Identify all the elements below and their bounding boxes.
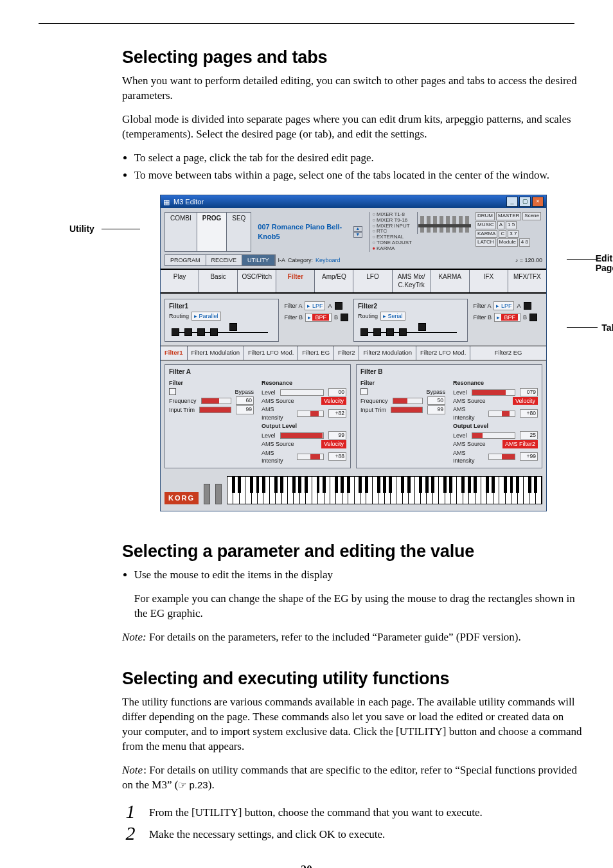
tab-filter1-lfomod[interactable]: Filter1 LFO Mod.: [244, 346, 298, 360]
filter2-eg-graph[interactable]: [358, 323, 463, 336]
util-tab-receive[interactable]: RECEIVE: [206, 255, 243, 265]
callout-line-editpages: [567, 259, 598, 260]
tab-filter2-lfomod[interactable]: Filter2 LFO Mod.: [416, 346, 470, 360]
heading-selecting-pages: Selecting pages and tabs: [122, 46, 585, 69]
ep-ifx[interactable]: IFX: [470, 270, 508, 292]
filter2-a-type[interactable]: ▸ LPF: [493, 301, 514, 310]
step-1: 1 From the [UTILITY] button, choose the …: [122, 802, 585, 821]
ep-lfo[interactable]: LFO: [353, 270, 392, 292]
mod-wheel[interactable]: [215, 484, 222, 504]
filter2-b-type[interactable]: ▸ BPF: [494, 313, 520, 322]
ep-filter[interactable]: Filter: [276, 270, 315, 292]
fa-bypass-check[interactable]: [169, 388, 176, 395]
heading-utility-functions: Selecting and executing utility function…: [122, 667, 585, 690]
callout-line-tabs: [567, 327, 598, 328]
tab-filter2-eg[interactable]: Filter2 EG: [470, 346, 546, 360]
mode-tab-seq[interactable]: SEQ: [227, 213, 251, 251]
filter-b-panel: Filter B Filter Bypass Frequency50 Input…: [356, 364, 542, 468]
sec1-p2: Global mode is divided into separate pag…: [122, 112, 585, 142]
sec1-p1: When you want to perform detailed editin…: [122, 74, 585, 103]
fa-out-amssrc[interactable]: Velocity: [321, 440, 346, 448]
filter1-routing-select[interactable]: ▸ Parallel: [191, 312, 221, 321]
step-1-number: 1: [122, 802, 139, 821]
step-1-text: From the [UTILITY] button, choose the co…: [149, 802, 585, 820]
fb-freq-slider[interactable]: [393, 398, 423, 404]
utility-bar: PROGRAM RECEIVE UTILITY I-A Category: Ke…: [161, 254, 546, 269]
fa-freq-slider[interactable]: [201, 398, 231, 404]
ep-play[interactable]: Play: [161, 270, 199, 292]
keyboard-row: KORG: [161, 472, 546, 511]
top-rule: [39, 23, 574, 24]
ep-amsmix[interactable]: AMS Mix/ C.KeyTrk: [393, 270, 431, 292]
filter2-routing-select[interactable]: ▸ Serial: [380, 312, 405, 321]
ep-mfxtfx[interactable]: MFX/TFX: [508, 270, 546, 292]
fb-out-amsint[interactable]: [488, 454, 515, 460]
fa-res-amssrc[interactable]: Velocity: [321, 397, 346, 405]
callout-tabs: Tabs: [601, 322, 613, 334]
fa-res-level[interactable]: [280, 389, 324, 396]
window-title: M3 Editor: [173, 197, 204, 207]
ep-basic[interactable]: Basic: [199, 270, 238, 292]
sec3-p1: The utility functions are various comman…: [122, 695, 585, 754]
category-label: Category:: [288, 256, 313, 264]
editor-figure: Utility Edit Pages Tabs ▦ M3 Editor _: [122, 195, 585, 511]
mode-tabs: COMBI PROG SEQ: [164, 212, 251, 252]
fb-res-level[interactable]: [472, 389, 515, 396]
fb-bypass-check[interactable]: [360, 388, 368, 395]
minimize-button[interactable]: _: [506, 197, 518, 207]
tab-filter2[interactable]: Filter2: [334, 346, 359, 360]
sec2-example: For example you can change the shape of …: [134, 592, 585, 621]
filter-a-panel: Filter A Filter Bypass Frequency60 Input…: [164, 364, 351, 468]
pitch-wheel[interactable]: [204, 484, 210, 504]
category-value[interactable]: Keyboard: [315, 256, 341, 264]
slider-bank[interactable]: [417, 212, 472, 234]
filter2-type-col: Filter A ▸ LPF A Filter B ▸ BPF B: [468, 299, 542, 342]
virtual-keyboard[interactable]: [227, 476, 542, 504]
sec1-bullet-2: To move between tabs within a page, sele…: [134, 168, 585, 183]
fb-out-amssrc[interactable]: AMS Filter2: [502, 440, 538, 448]
app-icon: ▦: [163, 197, 170, 207]
callout-utility: Utility: [69, 223, 94, 235]
editor-window: ▦ M3 Editor _ ▢ × COMBI PROG SEQ: [160, 195, 547, 511]
fa-res-amsint[interactable]: [297, 411, 324, 417]
tab-filter1-mod[interactable]: Filter1 Modulation: [188, 346, 245, 360]
routing-area: Filter1 Routing ▸ Parallel Filter A ▸ LP…: [161, 294, 546, 346]
callout-line-utility: [102, 229, 140, 229]
fb-out-level[interactable]: [472, 432, 515, 439]
maximize-button[interactable]: ▢: [519, 197, 531, 207]
tab-filter1[interactable]: Filter1: [161, 346, 188, 360]
callout-edit-pages: Edit Pages: [596, 254, 613, 272]
fa-out-amsint[interactable]: [297, 454, 324, 460]
scene-chips: DRUMMASTERScene MUSICA1 5 KARMAC3 7 LATC…: [474, 212, 542, 252]
ep-oscpitch[interactable]: OSC/Pitch: [238, 270, 276, 292]
fb-res-amsint[interactable]: [488, 411, 515, 417]
filter1-eg-graph[interactable]: [169, 323, 274, 336]
step-2-text: Make the necessary settings, and click O…: [149, 824, 585, 842]
ep-karma[interactable]: KARMA: [431, 270, 470, 292]
tab-filter2-mod[interactable]: Filter2 Modulation: [359, 346, 416, 360]
filter2-box: Filter2 Routing ▸ Serial: [353, 299, 468, 342]
tab-filter1-eg[interactable]: Filter1 EG: [298, 346, 334, 360]
util-tab-utility[interactable]: UTILITY: [242, 255, 275, 265]
program-title: 007 Romance Piano Bell-Knob5 ▴▾: [254, 212, 366, 252]
fb-res-amssrc[interactable]: Velocity: [513, 397, 538, 405]
mode-tab-combi[interactable]: COMBI: [165, 213, 197, 251]
edit-pages-row: Play Basic OSC/Pitch Filter Amp/EQ LFO A…: [161, 269, 546, 294]
ep-ampeq[interactable]: Amp/EQ: [315, 270, 353, 292]
tabs-row: Filter1 Filter1 Modulation Filter1 LFO M…: [161, 346, 546, 360]
step-2: 2 Make the necessary settings, and click…: [122, 824, 585, 843]
fa-out-level[interactable]: [280, 432, 324, 439]
filter1-b-type[interactable]: ▸ BPF: [305, 313, 332, 322]
status-indicators: MIXER T1-8 MIXER T9-16 MIXER INPUT RTC E…: [369, 212, 414, 252]
sec2-note: Note: For details on the parameters, ref…: [122, 630, 585, 645]
fa-trim-slider[interactable]: [199, 407, 231, 413]
heading-selecting-parameter: Selecting a parameter and editing the va…: [122, 540, 585, 563]
mode-tab-prog[interactable]: PROG: [197, 213, 227, 251]
util-tab-program[interactable]: PROGRAM: [165, 255, 206, 265]
program-spinner[interactable]: ▴▾: [353, 226, 362, 238]
filter1-a-type[interactable]: ▸ LPF: [305, 301, 325, 310]
close-button[interactable]: ×: [532, 197, 544, 207]
window-titlebar: ▦ M3 Editor _ ▢ ×: [161, 195, 546, 208]
fb-trim-slider[interactable]: [391, 407, 423, 413]
sec1-bullet-1: To select a page, click the tab for the …: [134, 151, 585, 166]
